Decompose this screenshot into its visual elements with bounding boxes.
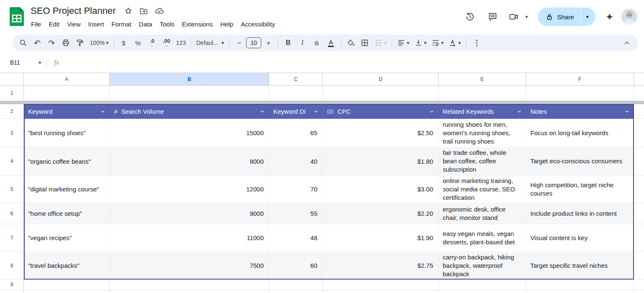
menu-data[interactable]: Data xyxy=(135,20,156,29)
cell-b10[interactable] xyxy=(110,290,269,293)
meet-button[interactable] xyxy=(506,8,521,26)
row-header-6[interactable]: 6 xyxy=(0,203,24,224)
column-header-a[interactable]: A xyxy=(24,73,110,86)
table-header-cpc[interactable]: CPC xyxy=(323,104,439,119)
column-header-f[interactable]: F xyxy=(526,73,634,86)
select-all-corner[interactable] xyxy=(0,73,24,86)
column-header-e[interactable]: E xyxy=(439,73,526,86)
search-button[interactable] xyxy=(16,36,30,50)
column-header-g-stub[interactable] xyxy=(634,73,644,86)
cell-notes[interactable]: Focus on long-tail keywords xyxy=(526,119,634,147)
borders-button[interactable] xyxy=(358,36,372,50)
text-rotation-button[interactable]: ▾ xyxy=(446,36,463,50)
collapse-toolbar-button[interactable] xyxy=(620,36,634,50)
gemini-button[interactable] xyxy=(602,8,617,26)
paint-format-button[interactable] xyxy=(73,36,87,50)
column-header-d[interactable]: D xyxy=(323,73,439,86)
cell-cpc[interactable]: $2.20 xyxy=(323,203,439,224)
cell-b9[interactable] xyxy=(110,280,269,290)
cell-g10[interactable] xyxy=(634,290,644,293)
menu-accessibility[interactable]: Accessibility xyxy=(237,20,279,29)
cell-related-keywords[interactable]: carry-on backpack, hiking backpack, wate… xyxy=(439,252,526,280)
document-title[interactable]: SEO Project Planner xyxy=(31,5,116,16)
decrease-decimal-button[interactable]: .0 ← xyxy=(145,36,159,50)
cell-keyword[interactable]: "best running shoes" xyxy=(24,119,110,147)
cell-d10[interactable] xyxy=(323,290,439,293)
text-wrap-button[interactable]: ▾ xyxy=(429,36,446,50)
cell-g2[interactable] xyxy=(634,104,644,119)
cell-cpc[interactable]: $2.75 xyxy=(323,252,439,280)
cell-c1[interactable] xyxy=(269,86,323,101)
cell-g1[interactable] xyxy=(634,86,644,101)
cell-g9[interactable] xyxy=(634,280,644,290)
row-header-9[interactable]: 9 xyxy=(0,280,24,290)
star-button[interactable] xyxy=(124,7,132,15)
cell-keyword[interactable]: "home office setup" xyxy=(24,203,110,224)
cell-search-volume[interactable]: 7500 xyxy=(110,252,269,280)
format-percent-button[interactable]: % xyxy=(131,36,145,50)
cell-e10[interactable] xyxy=(439,290,526,293)
account-avatar[interactable] xyxy=(621,9,637,25)
cell-a1[interactable] xyxy=(24,86,110,101)
move-to-folder-button[interactable] xyxy=(139,7,148,16)
increase-font-size-button[interactable]: + xyxy=(261,36,275,50)
cell-notes[interactable]: Target eco-conscious consumers xyxy=(526,147,634,175)
share-dropdown[interactable]: ▾ xyxy=(581,8,595,26)
cell-d1[interactable] xyxy=(323,86,439,101)
row-header-2[interactable]: 2 xyxy=(0,104,24,119)
frozen-row-divider[interactable] xyxy=(0,101,644,104)
cell-empty[interactable] xyxy=(634,175,644,203)
menu-help[interactable]: Help xyxy=(216,20,237,29)
bold-button[interactable]: B xyxy=(281,36,295,50)
cell-keyword[interactable]: "digital marketing course" xyxy=(24,175,110,203)
table-header-keyword[interactable]: Keyword xyxy=(24,104,110,119)
cell-notes[interactable]: High competition, target niche courses xyxy=(526,175,634,203)
cell-search-volume[interactable]: 9000 xyxy=(110,203,269,224)
cell-cpc[interactable]: $2.50 xyxy=(323,119,439,147)
cell-difficulty[interactable]: 70 xyxy=(269,175,323,203)
cell-cpc[interactable]: $1.80 xyxy=(323,147,439,175)
cell-a10[interactable] xyxy=(24,290,110,293)
redo-button[interactable]: ↷ xyxy=(44,36,59,50)
row-header-1[interactable]: 1 xyxy=(0,86,24,101)
cell-a9[interactable] xyxy=(24,280,110,290)
cell-search-volume[interactable]: 12000 xyxy=(110,175,269,203)
font-size-input[interactable]: 10 xyxy=(246,37,261,48)
column-header-b[interactable]: B xyxy=(110,73,269,86)
cell-related-keywords[interactable]: running shoes for men, women's running s… xyxy=(439,119,526,147)
cell-cpc[interactable]: $3.00 xyxy=(323,175,439,203)
cell-related-keywords[interactable]: fair trade coffee, whole bean coffee, co… xyxy=(439,147,526,175)
cell-empty[interactable] xyxy=(634,224,644,252)
cell-b1[interactable] xyxy=(110,86,269,101)
cell-e9[interactable] xyxy=(439,280,526,290)
cell-f9[interactable] xyxy=(526,280,634,290)
comments-button[interactable] xyxy=(483,8,502,26)
merge-cells-button[interactable]: ▾ xyxy=(372,36,389,50)
cell-c10[interactable] xyxy=(269,290,323,293)
cell-f1[interactable] xyxy=(526,86,634,101)
decrease-font-size-button[interactable]: − xyxy=(232,36,246,50)
table-header-keyword-difficulty[interactable]: Keyword Di xyxy=(269,104,323,119)
print-button[interactable] xyxy=(59,36,73,50)
sheets-logo[interactable] xyxy=(9,7,25,27)
cell-search-volume[interactable]: 15000 xyxy=(110,119,269,147)
undo-button[interactable]: ↶ xyxy=(30,36,44,50)
column-header-c[interactable]: C xyxy=(269,73,323,86)
cell-notes[interactable]: Visual content is key xyxy=(526,224,634,252)
cell-related-keywords[interactable]: online marketing training, social media … xyxy=(439,175,526,203)
cell-e1[interactable] xyxy=(439,86,526,101)
italic-button[interactable]: I xyxy=(295,36,309,50)
table-header-search-volume[interactable]: # Search Volume xyxy=(110,104,269,119)
cell-notes[interactable]: Include product links in content xyxy=(526,203,634,224)
cell-notes[interactable]: Target specific travel niches xyxy=(526,252,634,280)
cell-difficulty[interactable]: 40 xyxy=(269,147,323,175)
cell-search-volume[interactable]: 8000 xyxy=(110,147,269,175)
cell-difficulty[interactable]: 65 xyxy=(269,119,323,147)
cell-cpc[interactable]: $1.90 xyxy=(323,224,439,252)
cell-related-keywords[interactable]: ergonomic desk, office chair, monitor st… xyxy=(439,203,526,224)
cell-empty[interactable] xyxy=(634,252,644,280)
font-select[interactable]: Defaul... ▾ xyxy=(194,36,226,50)
row-header-8[interactable]: 8 xyxy=(0,252,24,280)
cell-empty[interactable] xyxy=(634,119,644,147)
zoom-select[interactable]: 100% ▾ xyxy=(87,36,111,50)
